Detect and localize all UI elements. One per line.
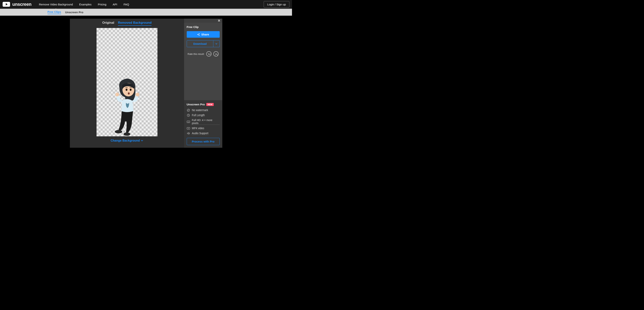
preview-column: Original Removed Background — [70, 19, 184, 148]
clock-icon — [187, 114, 190, 117]
no-watermark-icon — [187, 109, 190, 112]
new-badge: NEW — [206, 103, 214, 106]
feature-label: MP4 video — [192, 127, 204, 130]
primary-nav: Remove Video Background Examples Pricing… — [39, 3, 264, 6]
video-preview[interactable] — [96, 28, 158, 136]
pro-title: Unscreen Pro — [187, 103, 205, 106]
video-file-icon — [187, 127, 190, 129]
share-icon — [197, 33, 200, 36]
top-navbar: unscreen Remove Video Background Example… — [0, 0, 292, 9]
svg-point-8 — [199, 33, 200, 34]
process-with-pro-button[interactable]: Process with Pro — [187, 138, 220, 145]
nav-pricing[interactable]: Pricing — [98, 3, 106, 6]
svg-point-4 — [115, 93, 119, 96]
feature-label: Full Length — [192, 114, 205, 117]
svg-point-6 — [115, 130, 122, 133]
tab-unscreen-pro[interactable]: Unscreen Pro — [65, 11, 84, 14]
svg-point-10 — [199, 35, 200, 36]
tab-free-clips[interactable]: Free Clips — [48, 10, 61, 14]
nav-remove-bg[interactable]: Remove Video Background — [39, 3, 73, 6]
audio-icon — [187, 132, 190, 135]
nav-api[interactable]: API — [113, 3, 117, 6]
secondary-nav: Free Clips Unscreen Pro — [0, 9, 292, 16]
free-clip-section: Free Clip Share Download — [184, 23, 222, 59]
feature-label: No watermark — [192, 109, 208, 112]
svg-point-9 — [197, 34, 198, 35]
login-signup-button[interactable]: Login / Sign up — [264, 1, 290, 8]
feature-audio: Audio Support — [187, 132, 220, 135]
feature-no-watermark: No watermark — [187, 109, 220, 112]
feature-full-hd: HD Full HD: 4 × more pixels — [187, 119, 220, 125]
editor-panel: Original Removed Background — [70, 19, 222, 148]
svg-point-5 — [136, 93, 140, 96]
free-clip-title: Free Clip — [187, 25, 220, 29]
svg-point-3 — [128, 92, 130, 95]
caret-down-icon — [216, 43, 217, 44]
nav-examples[interactable]: Examples — [79, 3, 92, 6]
active-nav-caret-icon — [54, 9, 58, 10]
svg-point-7 — [124, 132, 130, 136]
character-graphic — [108, 75, 146, 136]
pro-section: Unscreen Pro NEW No watermark Full Lengt… — [184, 100, 222, 148]
close-icon[interactable]: ✕ — [218, 19, 220, 22]
download-dropdown-button[interactable] — [213, 40, 220, 47]
play-icon — [2, 2, 10, 7]
chevron-down-icon — [141, 140, 143, 141]
download-label: Download — [193, 42, 207, 45]
brand-name: unscreen — [12, 2, 32, 7]
change-background-label: Change Background — [111, 139, 140, 142]
svg-point-2 — [130, 89, 132, 91]
brand-logo[interactable]: unscreen — [2, 2, 32, 7]
share-label: Share — [201, 33, 209, 36]
sidebar-spacer — [184, 59, 222, 100]
share-button[interactable]: Share — [187, 31, 220, 38]
download-group: Download — [187, 40, 220, 47]
svg-line-12 — [188, 109, 189, 111]
sidebar-header: ✕ — [184, 19, 222, 23]
change-background-link[interactable]: Change Background — [111, 139, 143, 142]
rate-happy-icon[interactable] — [206, 51, 212, 57]
feature-full-length: Full Length — [187, 114, 220, 117]
rate-sad-icon[interactable] — [213, 51, 218, 57]
pro-header: Unscreen Pro NEW — [187, 103, 220, 106]
hd-icon: HD — [187, 121, 190, 123]
rate-label: Rate this result: — [188, 53, 204, 55]
sidebar: ✕ Free Clip Share Download — [184, 19, 222, 148]
tab-removed-background[interactable]: Removed Background — [118, 21, 152, 26]
feature-label: Audio Support — [192, 132, 208, 135]
feature-label: Full HD: 4 × more pixels — [192, 119, 220, 125]
rate-row: Rate this result: — [187, 51, 220, 57]
svg-text:HD: HD — [188, 121, 189, 122]
workarea: Original Removed Background — [0, 16, 292, 148]
tab-original[interactable]: Original — [102, 21, 114, 26]
svg-point-1 — [126, 89, 128, 91]
view-tabs: Original Removed Background — [102, 21, 152, 26]
nav-faq[interactable]: FAQ — [124, 3, 129, 6]
download-button[interactable]: Download — [187, 40, 213, 47]
feature-mp4: MP4 video — [187, 127, 220, 130]
